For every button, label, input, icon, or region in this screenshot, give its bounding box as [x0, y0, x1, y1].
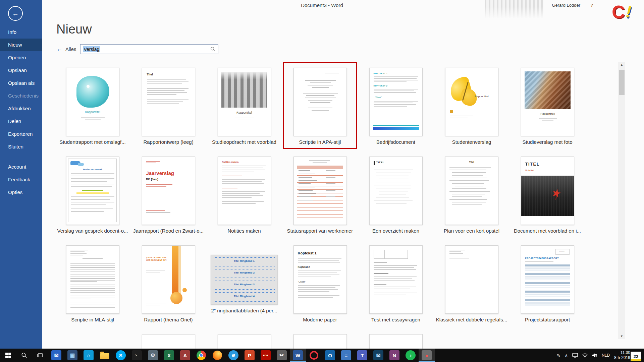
- template-card-partial[interactable]: [282, 328, 358, 349]
- taskbar-app-pdf-reader[interactable]: PDF: [258, 349, 274, 362]
- decoration: Jaarverslag: [146, 170, 174, 176]
- taskbar-app-outlook[interactable]: O: [322, 349, 338, 362]
- language-indicator[interactable]: NLD: [602, 353, 610, 358]
- taskbar-app-calculator[interactable]: =: [338, 349, 354, 362]
- decoration: [525, 264, 570, 266]
- search-icon[interactable]: [210, 47, 215, 52]
- decoration: [449, 167, 491, 168]
- scroll-down-button[interactable]: ▼: [618, 334, 625, 339]
- template-card-partial[interactable]: [358, 328, 434, 349]
- template-card[interactable]: JaarverslagBIJ [Jaar]Jaarrapport (Rood e…: [130, 151, 206, 240]
- template-card[interactable]: TITELEen overzicht maken: [358, 151, 434, 240]
- taskbar-app-command-prompt[interactable]: >_: [129, 349, 145, 362]
- decoration: [379, 194, 406, 194]
- template-card[interactable]: TITELSubtitelDocument met voorblad en i.…: [509, 151, 585, 240]
- decoration: [70, 250, 88, 250]
- taskbar-task-view-button[interactable]: [32, 349, 48, 362]
- decoration: [147, 79, 186, 80]
- template-title: Rapport (thema Oriel): [144, 317, 193, 322]
- template-card-partial[interactable]: [206, 328, 282, 349]
- sidebar-item-nieuw[interactable]: Nieuw: [0, 39, 42, 51]
- template-card[interactable]: Notities makenNotities maken: [206, 151, 282, 240]
- taskbar-app-mail-dark[interactable]: ✉: [370, 349, 386, 362]
- sidebar-item-account[interactable]: Account: [0, 161, 42, 173]
- taskbar-app-onenote[interactable]: N: [386, 349, 402, 362]
- template-thumbnail: Titel Ringband 1Titel Ringband 2Titel Ri…: [211, 255, 278, 305]
- network-icon[interactable]: [582, 353, 588, 358]
- sidebar-item-delen[interactable]: Delen: [0, 115, 42, 128]
- sidebar-item-feedback[interactable]: Feedback: [0, 173, 42, 186]
- template-card[interactable]: Scriptie in APA-stijl: [282, 62, 358, 151]
- template-card[interactable]: RapporttitelStudentrapport met omslagf..…: [55, 62, 130, 151]
- decoration: [452, 188, 486, 189]
- taskbar-app-settings[interactable]: ⚙: [145, 349, 161, 362]
- template-card[interactable]: KOPTEKST 1KOPTEKST 2"Citaat"Bedrijfsdocu…: [358, 62, 434, 151]
- template-thumbnail: Verslag van gesprek: [66, 157, 119, 225]
- taskbar-app-internet-explorer[interactable]: e: [225, 349, 241, 362]
- sidebar-item-opslaan-als[interactable]: Opslaan als: [0, 77, 42, 89]
- taskbar-app-access[interactable]: A: [177, 349, 193, 362]
- template-card[interactable]: RapporttitelStudieopdracht met voorblad: [206, 62, 282, 151]
- sidebar-item-sluiten[interactable]: Sluiten: [0, 140, 42, 153]
- template-card[interactable]: TitelPlan voor een kort opstel: [434, 151, 509, 240]
- taskbar-app-file-explorer[interactable]: [97, 349, 113, 362]
- template-card[interactable]: [GEEF DE TITEL VAN HET DOCUMENT OP]Rappo…: [130, 240, 206, 328]
- scrollbar-thumb[interactable]: [619, 70, 625, 95]
- sidebar-item-exporteren[interactable]: Exporteren: [0, 128, 42, 140]
- volume-icon[interactable]: [592, 353, 597, 358]
- template-card[interactable]: Titel Ringband 1Titel Ringband 2Titel Ri…: [206, 240, 282, 328]
- sidebar-item-opslaan[interactable]: Opslaan: [0, 64, 42, 77]
- decoration: [376, 203, 407, 203]
- taskbar-app-snipping-tool[interactable]: ✂: [274, 349, 290, 362]
- taskbar-app-powerpoint[interactable]: P: [241, 349, 258, 362]
- scroll-up-button[interactable]: ▲: [618, 62, 625, 68]
- taskbar-app-photos[interactable]: ▣: [64, 349, 80, 362]
- taskbar-app-word[interactable]: W: [290, 349, 306, 362]
- back-button[interactable]: ←: [8, 6, 23, 21]
- template-card[interactable]: TitelRapportontwerp (leeg): [130, 62, 206, 151]
- taskbar-app-store[interactable]: ⌂: [80, 349, 97, 362]
- template-card[interactable]: [Rapporttitel]Studieverslag met foto: [509, 62, 585, 151]
- taskbar-app-firefox[interactable]: [209, 349, 225, 362]
- template-card[interactable]: Verslag van gesprekVerslag van gesprek d…: [55, 151, 130, 240]
- pen-icon[interactable]: ✎: [557, 353, 560, 358]
- settings-icon: ⚙: [148, 350, 158, 360]
- hidden-icons-chevron[interactable]: ∧: [565, 353, 568, 358]
- taskbar-search-button[interactable]: [16, 349, 32, 362]
- taskbar-app-mail[interactable]: ✉: [48, 349, 64, 362]
- template-card[interactable]: RapporttitelStudentenverslag: [434, 62, 509, 151]
- minimize-button[interactable]: –: [605, 1, 608, 7]
- taskbar-start-button[interactable]: [0, 349, 16, 362]
- decoration: Verslag van gesprek: [66, 168, 119, 170]
- template-card[interactable]: Klassiek met dubbele regelafs...: [434, 240, 509, 328]
- template-card[interactable]: LOGOPROJECTSTATUSRAPPORTProjectstatusrap…: [509, 240, 585, 328]
- taskbar-app-teams[interactable]: T: [354, 349, 370, 362]
- taskbar-app-skype[interactable]: S: [113, 349, 129, 362]
- template-card[interactable]: Statusrapport van werknemer: [282, 151, 358, 240]
- template-card[interactable]: Test met essayvragen: [358, 240, 434, 328]
- filter-back-button[interactable]: ← Alles: [56, 46, 76, 53]
- decoration: [303, 93, 338, 94]
- display-icon[interactable]: [572, 353, 578, 358]
- signed-in-user[interactable]: Gerard Lodder: [552, 3, 580, 8]
- help-button[interactable]: ?: [591, 3, 593, 8]
- sidebar-item-opties[interactable]: Opties: [0, 186, 42, 199]
- taskbar-app-chrome[interactable]: [193, 349, 209, 362]
- sidebar-item-info[interactable]: Info: [0, 26, 42, 39]
- template-card[interactable]: Koptekst 1Koptekst 2"Citaat"Moderne pape…: [282, 240, 358, 328]
- sidebar-item-openen[interactable]: Openen: [0, 51, 42, 64]
- decoration: [449, 251, 461, 252]
- template-card[interactable]: Scriptie in MLA-stijl: [55, 240, 130, 328]
- taskbar-app-screen-recorder[interactable]: ●: [419, 349, 435, 362]
- template-card-partial[interactable]: [130, 328, 206, 349]
- taskbar-app-opera[interactable]: [306, 349, 322, 362]
- clock[interactable]: 11:30 8-5-2019: [614, 350, 630, 360]
- decoration: [298, 270, 341, 271]
- vertical-scrollbar[interactable]: ▲ ▼: [618, 62, 625, 339]
- sidebar-item-afdrukken[interactable]: Afdrukken: [0, 102, 42, 115]
- taskbar-app-excel[interactable]: X: [161, 349, 177, 362]
- taskbar-app-spotify[interactable]: ♪: [402, 349, 419, 362]
- decoration: [222, 191, 265, 192]
- template-search-input[interactable]: Verslag: [80, 44, 218, 54]
- decoration: [449, 191, 490, 192]
